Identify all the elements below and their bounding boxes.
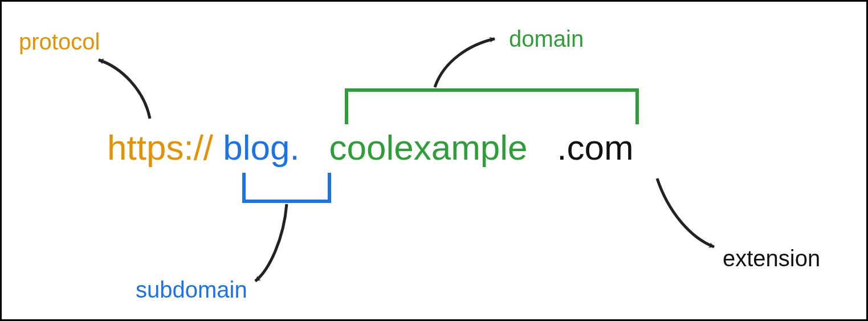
subdomain-bracket: [244, 173, 329, 201]
extension-label: extension: [723, 247, 820, 270]
subdomain-label: subdomain: [136, 278, 247, 301]
url-string: https:// blog. coolexample .com: [107, 127, 634, 168]
url-anatomy-diagram: https:// blog. coolexample .com protocol…: [0, 0, 868, 321]
domain-label: domain: [509, 27, 584, 50]
domain-arrow: [435, 39, 495, 87]
extension-arrow: [657, 178, 714, 247]
url-protocol-part: https://: [107, 128, 213, 167]
protocol-arrow: [99, 60, 150, 119]
domain-bracket: [347, 90, 637, 124]
subdomain-arrow: [255, 204, 287, 281]
url-subdomain-part: blog.: [223, 128, 299, 167]
url-domain-part: coolexample: [329, 128, 527, 167]
protocol-label: protocol: [19, 30, 100, 53]
url-extension-part: .com: [557, 128, 633, 167]
